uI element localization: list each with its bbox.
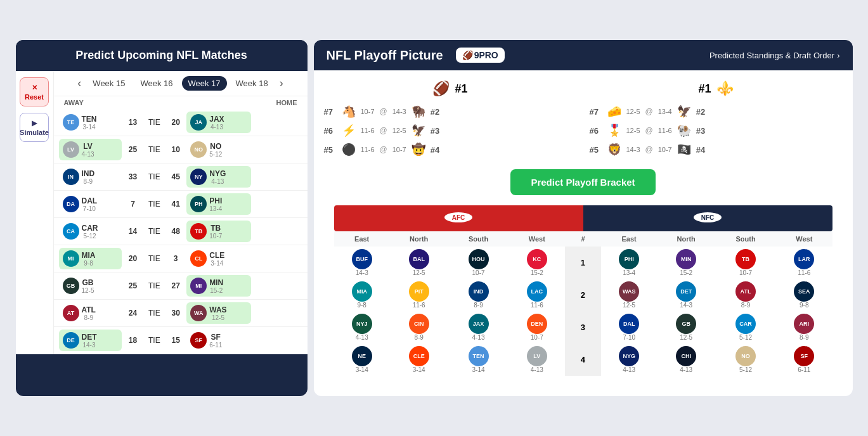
nfc-team6-icon: 🎖️: [607, 124, 621, 138]
away-logo: TE: [63, 114, 79, 131]
bracket-team-cell: DAL 7-10: [601, 311, 657, 343]
away-record: 5-12: [82, 233, 98, 240]
afc-matchup-3: #5 ⚫ 11-6 @ 10-7 🤠 #4: [324, 140, 577, 159]
reset-icon: ✕: [32, 84, 37, 92]
home-team-cell: MI MIN 15-2: [186, 275, 251, 297]
away-info: IND 8-9: [82, 169, 95, 185]
reset-button[interactable]: ✕ Reset: [20, 77, 49, 106]
home-logo: CL: [190, 250, 207, 267]
away-team-cell: TE TEN 3-14: [59, 112, 122, 133]
bracket-logo: IND: [469, 281, 489, 302]
afc-team7-icon: 🐴: [342, 105, 356, 119]
home-team-cell: NY NYG 4-13: [186, 166, 251, 188]
bracket-team-cell: MIN 15-2: [657, 247, 715, 279]
away-logo: DA: [63, 196, 79, 212]
simulate-label: Simulate: [20, 129, 49, 136]
home-logo: NY: [190, 169, 207, 185]
simulate-button[interactable]: ▶ Simulate: [20, 113, 49, 142]
nfc-matchup-1: #7 🧀 12-5 @ 13-4 🦅 #2: [590, 102, 843, 121]
bracket-team-cell: SEA 9-8: [776, 279, 832, 311]
bracket-team-cell: BUF 14-3: [334, 247, 390, 279]
week-prev-button[interactable]: ‹: [75, 77, 84, 90]
bracket-row: MIA 9-8 PIT 11-6 IND 8-9 LAC 11-6 2 WAS …: [334, 279, 832, 311]
away-info: ATL 8-9: [82, 305, 96, 321]
bracket-team-cell: SF 6-11: [776, 343, 832, 376]
home-record: 3-14: [209, 260, 224, 267]
home-team-cell: JA JAX 4-13: [186, 112, 251, 133]
away-header: AWAY: [54, 96, 143, 109]
home-team-cell: CL CLE 3-14: [186, 248, 251, 269]
bracket-record: 11-6: [777, 269, 831, 276]
nfc-matchup-3: #5 🦁 14-3 @ 10-7 🏴‍☠️ #4: [590, 140, 843, 159]
bracket-record: 13-4: [602, 269, 656, 276]
home-score: 41: [166, 191, 185, 218]
chevron-right-icon: ›: [837, 51, 839, 60]
bracket-logo: GB: [676, 314, 696, 334]
away-score: 25: [123, 136, 142, 164]
away-record: 9-8: [82, 260, 96, 267]
afc-block: 🏈 #1 #7 🐴 10-7 @ 14-3 🦬 #2 #6 ⚡: [324, 80, 577, 159]
col-afc-east: East: [334, 231, 390, 247]
afc-team4-icon: 🤠: [411, 143, 425, 157]
bracket-team-cell: DET 14-3: [657, 279, 715, 311]
afc-seed6: #6: [324, 126, 337, 136]
nfc-team4-icon: 🏴‍☠️: [677, 143, 691, 157]
matches-area: ‹ Week 15 Week 16 Week 17 Week 18 › AWAY: [54, 71, 308, 354]
bracket-team-cell: MIA 9-8: [334, 279, 390, 311]
bracket-logo: NO: [735, 346, 756, 366]
afc-team5-icon: ⚫: [342, 143, 356, 157]
afc-seed3: #3: [431, 126, 443, 136]
tie-label: TIE: [143, 164, 167, 191]
nfc-seed2: #2: [696, 107, 709, 117]
week-tab-17[interactable]: Week 17: [182, 76, 227, 91]
bracket-logo: LAC: [527, 281, 547, 302]
afc-bar: AFC: [334, 205, 583, 231]
home-info: WAS 12-5: [209, 305, 226, 321]
bracket-team-cell: HOU 10-7: [448, 247, 508, 279]
week-tab-16[interactable]: Week 16: [134, 76, 179, 91]
home-logo: SF: [190, 332, 207, 349]
bracket-team-cell: ATL 8-9: [715, 279, 776, 311]
bracket-team-cell: NYJ 4-13: [334, 311, 390, 343]
away-score: 13: [123, 109, 142, 136]
home-abbr: WAS: [209, 305, 226, 314]
bracket-record: 4-13: [335, 334, 389, 341]
away-record: 14-3: [82, 342, 97, 349]
logo-badge: 🏈 9PRO: [456, 48, 505, 63]
nfc-bar: NFC: [583, 205, 832, 231]
tie-label: TIE: [143, 218, 167, 245]
col-nfc-east: East: [601, 231, 657, 247]
home-abbr: PHI: [209, 196, 222, 205]
week-next-button[interactable]: ›: [277, 77, 286, 90]
bracket-logo: HOU: [469, 249, 489, 269]
score-header: [143, 96, 167, 109]
predict-playoff-button[interactable]: Predict Playoff Bracket: [510, 169, 655, 195]
away-team-cell: AT ATL 8-9: [59, 302, 122, 324]
week-tab-18[interactable]: Week 18: [230, 76, 275, 91]
bracket-logo: ATL: [735, 281, 756, 302]
away-score: 20: [123, 245, 142, 272]
rank-cell: 1: [565, 247, 601, 279]
bracket-record: 4-13: [602, 366, 656, 373]
home-logo: PH: [190, 196, 207, 212]
away-info: LV 4-13: [82, 142, 94, 158]
home-record: 15-2: [209, 287, 223, 294]
week-tab-15[interactable]: Week 15: [86, 76, 131, 91]
sidebar: ✕ Reset ▶ Simulate: [16, 71, 54, 354]
svg-text:AFC: AFC: [452, 214, 465, 221]
bracket-logo: TEN: [469, 346, 489, 366]
nfc-seed4: #4: [696, 145, 709, 155]
away-abbr: IND: [82, 169, 95, 178]
bracket-logo: BUF: [352, 249, 372, 269]
bracket-record: 3-14: [391, 366, 447, 373]
bracket-team-cell: GB 12-5: [657, 311, 715, 343]
table-row: AT ATL 8-9 24 TIE 30 WA WAS 12-5: [54, 300, 308, 327]
table-row: MI MIA 9-8 20 TIE 3 CL CLE 3-14: [54, 245, 308, 272]
bracket-record: 8-9: [716, 302, 775, 309]
bracket-logo: MIN: [676, 249, 696, 269]
away-record: 12-5: [82, 287, 94, 294]
home-header: HOME: [256, 96, 307, 109]
table-row: TE TEN 3-14 13 TIE 20 JA JAX 4-13: [54, 109, 308, 136]
standings-link[interactable]: Predicted Standings & Draft Order ›: [709, 51, 840, 60]
bracket-logo: SF: [794, 346, 814, 366]
